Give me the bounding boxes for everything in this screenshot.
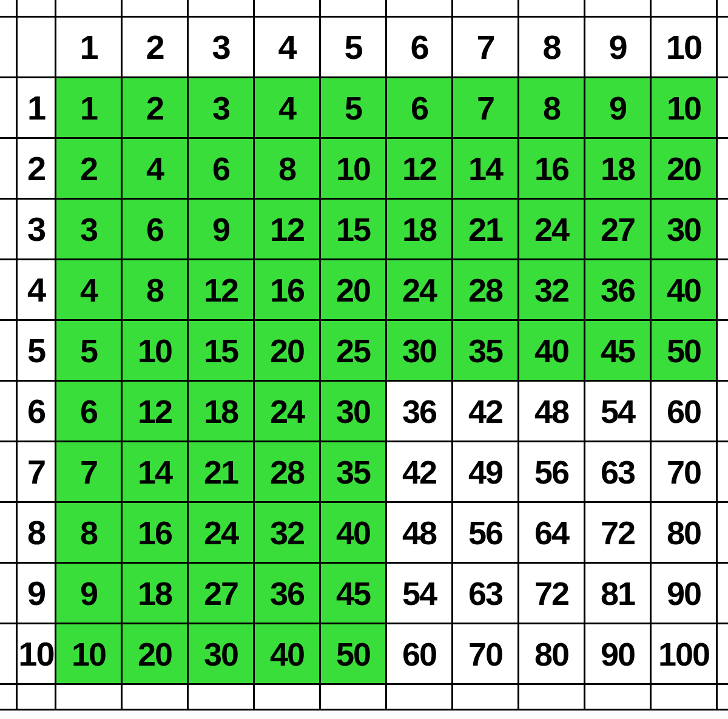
- corner-header: [17, 17, 56, 78]
- product-cell: 10: [56, 624, 122, 684]
- product-cell: 3: [188, 78, 254, 138]
- product-cell: 10: [651, 78, 717, 138]
- row-header: 9: [17, 563, 56, 624]
- product-cell: 36: [254, 563, 320, 624]
- product-cell: 21: [188, 442, 254, 502]
- product-cell: 12: [122, 381, 188, 442]
- row-header: 10: [17, 624, 56, 684]
- product-cell: 24: [519, 199, 585, 260]
- product-cell: 20: [320, 260, 386, 320]
- product-cell: 18: [188, 381, 254, 442]
- col-header: 2: [122, 17, 188, 78]
- product-cell: 24: [188, 502, 254, 563]
- product-cell: 6: [56, 381, 122, 442]
- product-cell: 72: [585, 502, 651, 563]
- product-cell: 54: [386, 563, 453, 624]
- product-cell: 40: [519, 320, 585, 381]
- multiplication-table: 1234567891011234567891022468101214161820…: [0, 0, 728, 711]
- product-cell: 100: [651, 624, 717, 684]
- product-cell: 16: [122, 502, 188, 563]
- product-cell: 56: [519, 442, 585, 502]
- product-cell: 60: [651, 381, 717, 442]
- product-cell: 42: [453, 381, 519, 442]
- product-cell: 8: [56, 502, 122, 563]
- product-cell: 30: [651, 199, 717, 260]
- product-cell: 70: [453, 624, 519, 684]
- product-cell: 36: [585, 260, 651, 320]
- product-cell: 7: [56, 442, 122, 502]
- row-header: 7: [17, 442, 56, 502]
- row-header: 5: [17, 320, 56, 381]
- product-cell: 8: [519, 78, 585, 138]
- col-header: 9: [585, 17, 651, 78]
- product-cell: 32: [519, 260, 585, 320]
- product-cell: 18: [585, 138, 651, 199]
- product-cell: 36: [386, 381, 453, 442]
- product-cell: 2: [122, 78, 188, 138]
- product-cell: 8: [122, 260, 188, 320]
- row-header: 8: [17, 502, 56, 563]
- col-header: 5: [320, 17, 386, 78]
- row-header: 3: [17, 199, 56, 260]
- product-cell: 30: [320, 381, 386, 442]
- col-header: 7: [453, 17, 519, 78]
- product-cell: 16: [254, 260, 320, 320]
- product-cell: 20: [254, 320, 320, 381]
- row-header: 2: [17, 138, 56, 199]
- product-cell: 90: [651, 563, 717, 624]
- col-header: 8: [519, 17, 585, 78]
- col-header: 10: [651, 17, 717, 78]
- product-cell: 54: [585, 381, 651, 442]
- product-cell: 60: [386, 624, 453, 684]
- product-cell: 35: [320, 442, 386, 502]
- product-cell: 25: [320, 320, 386, 381]
- product-cell: 18: [386, 199, 453, 260]
- product-cell: 18: [122, 563, 188, 624]
- product-cell: 32: [254, 502, 320, 563]
- product-cell: 15: [188, 320, 254, 381]
- product-cell: 48: [386, 502, 453, 563]
- product-cell: 6: [122, 199, 188, 260]
- product-cell: 20: [651, 138, 717, 199]
- product-cell: 8: [254, 138, 320, 199]
- product-cell: 10: [122, 320, 188, 381]
- product-cell: 1: [56, 78, 122, 138]
- row-header: 1: [17, 78, 56, 138]
- col-header: 6: [386, 17, 453, 78]
- product-cell: 4: [122, 138, 188, 199]
- product-cell: 24: [386, 260, 453, 320]
- product-cell: 12: [386, 138, 453, 199]
- product-cell: 40: [651, 260, 717, 320]
- product-cell: 72: [519, 563, 585, 624]
- product-cell: 40: [320, 502, 386, 563]
- product-cell: 64: [519, 502, 585, 563]
- product-cell: 9: [56, 563, 122, 624]
- product-cell: 27: [188, 563, 254, 624]
- product-cell: 81: [585, 563, 651, 624]
- product-cell: 12: [254, 199, 320, 260]
- product-cell: 6: [188, 138, 254, 199]
- product-cell: 14: [453, 138, 519, 199]
- product-cell: 45: [320, 563, 386, 624]
- product-cell: 48: [519, 381, 585, 442]
- product-cell: 45: [585, 320, 651, 381]
- product-cell: 28: [254, 442, 320, 502]
- col-header: 1: [56, 17, 122, 78]
- product-cell: 3: [56, 199, 122, 260]
- product-cell: 2: [56, 138, 122, 199]
- row-header: 4: [17, 260, 56, 320]
- product-cell: 20: [122, 624, 188, 684]
- product-cell: 42: [386, 442, 453, 502]
- product-cell: 30: [386, 320, 453, 381]
- product-cell: 16: [519, 138, 585, 199]
- product-cell: 27: [585, 199, 651, 260]
- col-header: 4: [254, 17, 320, 78]
- product-cell: 40: [254, 624, 320, 684]
- product-cell: 56: [453, 502, 519, 563]
- product-cell: 9: [188, 199, 254, 260]
- product-cell: 4: [254, 78, 320, 138]
- product-cell: 35: [453, 320, 519, 381]
- product-cell: 30: [188, 624, 254, 684]
- product-cell: 9: [585, 78, 651, 138]
- product-cell: 10: [320, 138, 386, 199]
